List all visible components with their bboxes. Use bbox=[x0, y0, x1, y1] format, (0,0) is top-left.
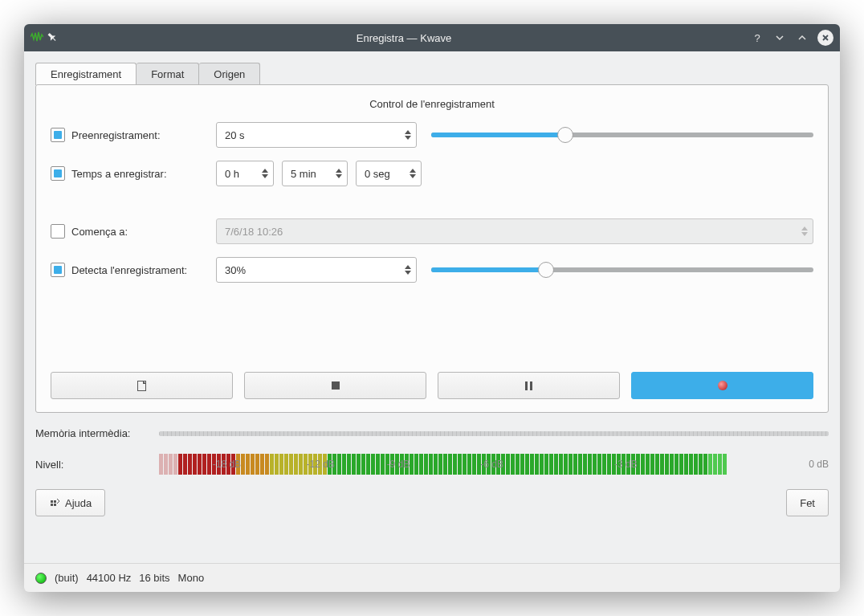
pause-button[interactable] bbox=[438, 372, 620, 399]
prerecord-spinbox[interactable]: 20 s bbox=[216, 122, 417, 148]
buffer-row: Memòria intermèdia: bbox=[35, 427, 829, 439]
close-icon[interactable] bbox=[817, 30, 833, 46]
buffer-progress bbox=[159, 431, 829, 436]
detect-slider[interactable] bbox=[431, 267, 813, 272]
level-row: Nivell: -18 dB -12 dB -9 dB -6 dB -3 dB … bbox=[35, 454, 829, 475]
spin-down-icon[interactable] bbox=[405, 136, 411, 140]
statusbar: (buit) 44100 Hz 16 bits Mono bbox=[24, 563, 840, 592]
maximize-icon[interactable] bbox=[795, 31, 809, 45]
slider-thumb[interactable] bbox=[557, 127, 573, 143]
window-title: Enregistra — Kwave bbox=[58, 32, 750, 44]
help-titlebar-icon[interactable]: ? bbox=[750, 31, 764, 45]
hours-spinbox[interactable]: 0 h bbox=[216, 161, 274, 186]
tab-row: Enregistrament Format Origen bbox=[35, 63, 829, 85]
tab-source[interactable]: Origen bbox=[199, 63, 260, 85]
help-icon bbox=[49, 497, 60, 508]
svg-rect-2 bbox=[51, 504, 53, 506]
pause-icon bbox=[525, 381, 532, 390]
level-meter: -18 dB -12 dB -9 dB -6 dB -3 dB 0 dB bbox=[159, 454, 829, 475]
tab-recording[interactable]: Enregistrament bbox=[35, 63, 137, 85]
status-empty: (buit) bbox=[55, 572, 79, 584]
help-button[interactable]: Ajuda bbox=[35, 489, 105, 516]
status-channels: Mono bbox=[178, 572, 205, 584]
status-rate: 44100 Hz bbox=[87, 572, 132, 584]
new-icon bbox=[137, 381, 146, 391]
start-at-field: 7/6/18 10:26 bbox=[216, 218, 813, 244]
svg-rect-3 bbox=[54, 504, 56, 506]
minutes-spinbox[interactable]: 5 min bbox=[282, 161, 348, 186]
titlebar: Enregistra — Kwave ? bbox=[24, 24, 840, 51]
recording-control-group: Control de l'enregistrament Preenregistr… bbox=[35, 84, 829, 413]
status-bits: 16 bits bbox=[139, 572, 169, 584]
detect-spinbox[interactable]: 30% bbox=[216, 257, 417, 283]
start-at-label: Comença a: bbox=[71, 226, 128, 238]
svg-rect-1 bbox=[54, 500, 56, 503]
prerecord-slider[interactable] bbox=[431, 133, 813, 137]
done-button[interactable]: Fet bbox=[786, 489, 829, 516]
prerecord-row: Preenregistrament: 20 s bbox=[51, 121, 813, 149]
stop-icon bbox=[332, 381, 340, 390]
minimize-icon[interactable] bbox=[772, 31, 787, 45]
group-title: Control de l'enregistrament bbox=[51, 95, 813, 121]
record-icon bbox=[718, 381, 727, 390]
buffer-label: Memòria intermèdia: bbox=[35, 427, 148, 439]
app-icon bbox=[31, 31, 43, 45]
prerecord-label: Preenregistrament: bbox=[71, 129, 161, 141]
record-time-row: Temps a enregistrar: 0 h 5 min 0 seg bbox=[51, 160, 813, 187]
start-at-checkbox[interactable] bbox=[51, 224, 65, 239]
seconds-spinbox[interactable]: 0 seg bbox=[356, 161, 422, 186]
new-button[interactable] bbox=[51, 372, 233, 399]
svg-rect-0 bbox=[51, 500, 53, 503]
record-time-checkbox[interactable] bbox=[51, 166, 65, 181]
start-at-row: Comença a: 7/6/18 10:26 bbox=[51, 218, 813, 245]
spin-up-icon[interactable] bbox=[405, 130, 411, 134]
stop-button[interactable] bbox=[244, 372, 426, 399]
level-label: Nivell: bbox=[35, 459, 148, 471]
record-button[interactable] bbox=[631, 372, 813, 399]
status-led-icon bbox=[35, 573, 47, 584]
detect-checkbox[interactable] bbox=[51, 263, 65, 277]
detect-row: Detecta l'enregistrament: 30% bbox=[51, 256, 813, 284]
detect-label: Detecta l'enregistrament: bbox=[71, 264, 187, 276]
prerecord-checkbox[interactable] bbox=[51, 128, 65, 142]
record-time-label: Temps a enregistrar: bbox=[71, 168, 167, 180]
tab-format[interactable]: Format bbox=[137, 63, 199, 85]
slider-thumb[interactable] bbox=[538, 262, 554, 278]
